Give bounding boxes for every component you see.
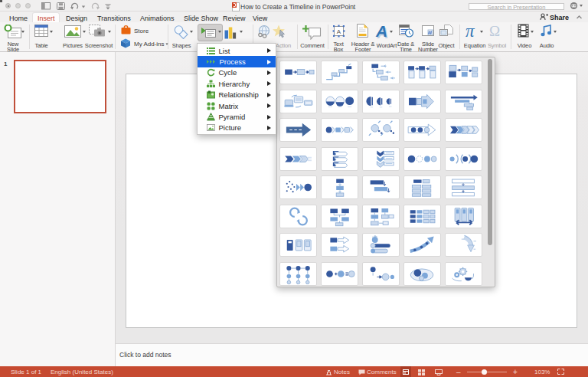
svg-text:A: A (337, 28, 341, 35)
